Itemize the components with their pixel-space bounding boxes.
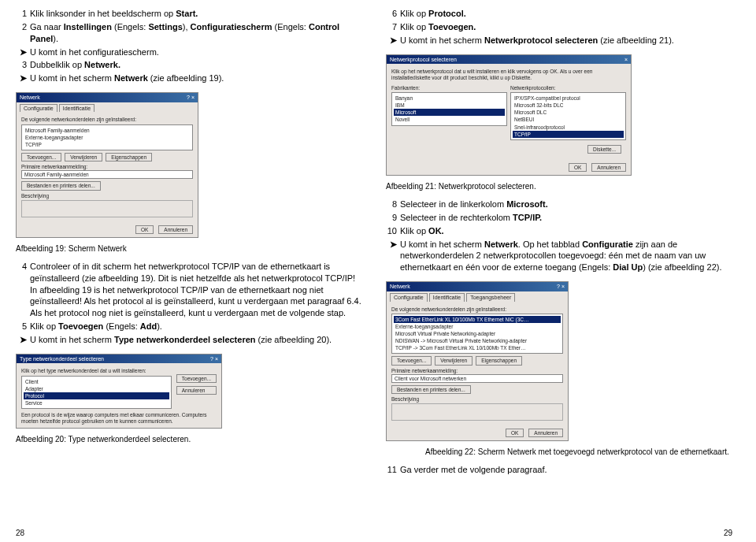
screenshot-22: Netwerk? × ConfiguratieIdentificatieToeg… xyxy=(386,281,569,441)
caption-21: Afbeelding 21: Netwerkprotocol selectere… xyxy=(386,182,732,191)
caption-20: Afbeelding 20: Type netwerkonderdeel sel… xyxy=(16,435,362,444)
page-number-left: 28 xyxy=(16,529,24,537)
page-number-right: 29 xyxy=(724,529,732,537)
caption-19: Afbeelding 19: Scherm Netwerk xyxy=(16,244,362,253)
caption-22: Afbeelding 22: Scherm Netwerk met toegev… xyxy=(386,447,732,456)
right-column: 6Klik op Protocol. 7Klik op Toevoegen. ➤… xyxy=(386,8,732,477)
screenshot-20: Type netwerkonderdeel selecteren? × Klik… xyxy=(16,354,222,429)
screenshot-19: Netwerk? × ConfiguratieIdentificatie De … xyxy=(16,92,198,238)
left-column: 1Klik linksonder in het beeldscherm op S… xyxy=(16,8,362,477)
screenshot-21: Netwerkprotocol selecteren× Klik op het … xyxy=(386,54,632,176)
